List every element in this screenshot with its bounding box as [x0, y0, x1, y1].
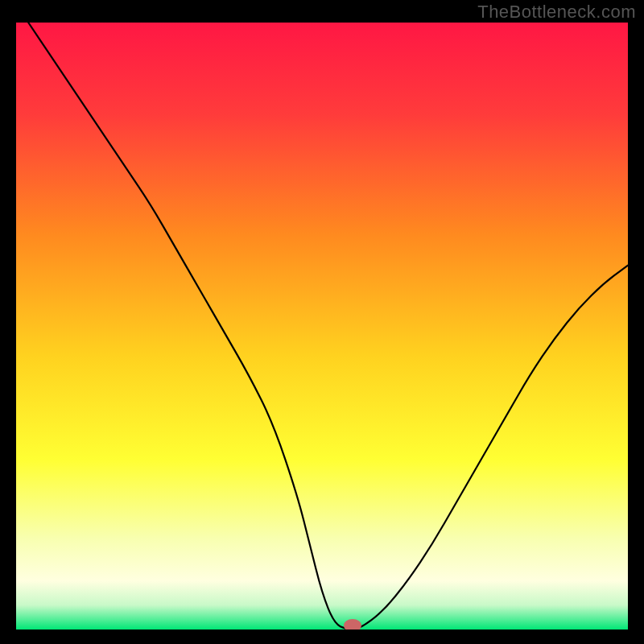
gradient-background [16, 23, 628, 630]
watermark-text: TheBottleneck.com [477, 2, 636, 23]
chart-svg [16, 23, 628, 630]
plot-area [16, 23, 628, 630]
chart-frame: TheBottleneck.com [0, 0, 644, 644]
